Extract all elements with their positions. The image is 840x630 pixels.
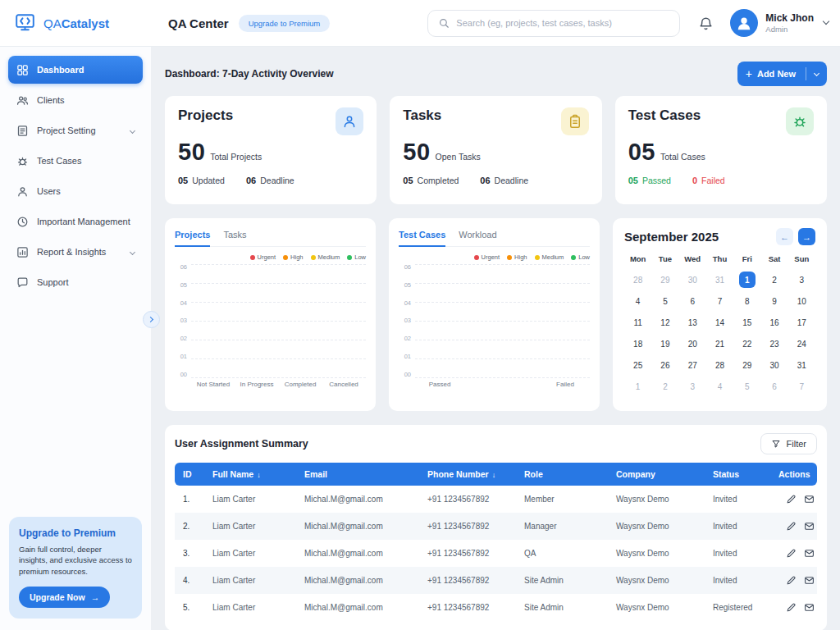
calendar-day[interactable]: 3	[788, 269, 815, 290]
calendar-day[interactable]: 1	[733, 269, 760, 290]
filter-button[interactable]: Filter	[760, 433, 817, 454]
calendar-day[interactable]: 6	[679, 290, 706, 312]
tab-workload[interactable]: Workload	[459, 226, 496, 246]
col-full-name[interactable]: Full Name↓	[208, 463, 299, 486]
sidebar-item-label: Project Setting	[37, 126, 122, 135]
calendar-day[interactable]: 2	[651, 376, 678, 397]
tab-projects[interactable]: Projects	[175, 226, 210, 247]
calendar-day[interactable]: 31	[788, 354, 815, 376]
stat-value-label: Open Tasks	[436, 152, 481, 162]
sidebar-item-support[interactable]: Support	[8, 268, 143, 296]
message-icon[interactable]	[804, 494, 815, 504]
upgrade-card-title: Upgrade to Premium	[19, 527, 132, 539]
edit-icon[interactable]	[786, 602, 797, 613]
calendar-day[interactable]: 29	[733, 354, 760, 376]
calendar-day[interactable]: 5	[733, 376, 760, 397]
stat-card-top: Tasks	[403, 107, 588, 135]
brand[interactable]: QACatalyst	[0, 12, 152, 34]
calendar-day[interactable]: 17	[788, 312, 815, 333]
legend-high: High	[507, 253, 527, 261]
bars	[415, 264, 590, 377]
message-icon[interactable]	[804, 521, 815, 532]
calendar-day[interactable]: 23	[760, 333, 788, 354]
upgrade-premium-badge[interactable]: Upgrade to Premium	[239, 15, 331, 32]
calendar-day[interactable]: 14	[706, 312, 733, 333]
user-menu[interactable]: Mick Jhon Admin	[730, 9, 829, 37]
calendar-day[interactable]: 4	[624, 290, 651, 312]
calendar-day[interactable]: 31	[706, 269, 733, 290]
sidebar-collapse-button[interactable]	[143, 311, 160, 328]
calendar-day[interactable]: 11	[624, 312, 651, 333]
message-icon[interactable]	[804, 575, 815, 586]
cell-role: Site Admin	[519, 567, 611, 594]
chevron-down-icon[interactable]	[814, 70, 819, 75]
sidebar-item-clients[interactable]: Clients	[8, 86, 143, 114]
calendar-day[interactable]: 24	[788, 333, 815, 354]
table-row: 1.Liam CarterMichal.M@gmail.com+91 12345…	[175, 486, 817, 513]
sort-desc-icon[interactable]: ↓	[257, 471, 261, 479]
message-icon[interactable]	[804, 602, 815, 613]
calendar-day[interactable]: 26	[651, 354, 678, 376]
calendar-day[interactable]: 7	[706, 290, 733, 312]
calendar-day[interactable]: 15	[733, 312, 760, 333]
col-phone-number[interactable]: Phone Number↓	[422, 463, 519, 486]
y-tick: 00	[404, 372, 411, 378]
calendar-day[interactable]: 19	[651, 333, 678, 354]
calendar-day[interactable]: 16	[760, 312, 788, 333]
calendar-day[interactable]: 28	[624, 269, 651, 290]
calendar-next-button[interactable]: →	[798, 228, 815, 245]
calendar-day[interactable]: 9	[760, 290, 788, 312]
calendar-day[interactable]: 18	[624, 333, 651, 354]
chart-plot: 06050403020100	[175, 264, 366, 377]
notifications-bell-icon[interactable]	[698, 16, 714, 31]
sidebar-item-users[interactable]: Users	[8, 177, 143, 205]
table-row: 2.Liam CarterMichal.M@gmail.com+91 12345…	[175, 513, 817, 540]
calendar-day[interactable]: 2	[760, 269, 788, 290]
calendar-day[interactable]: 1	[624, 376, 651, 397]
calendar-day[interactable]: 28	[706, 354, 733, 376]
sidebar-item-label: Clients	[37, 95, 135, 105]
upgrade-now-label: Upgrade Now	[30, 592, 85, 602]
edit-icon[interactable]	[786, 575, 797, 586]
sidebar-item-dashboard[interactable]: Dashboard	[8, 56, 143, 84]
sidebar-item-project-setting[interactable]: Project Setting	[8, 116, 143, 144]
calendar-day[interactable]: 21	[706, 333, 733, 354]
calendar-day[interactable]: 30	[679, 269, 706, 290]
add-new-button[interactable]: + Add New	[737, 62, 827, 86]
stat-sub-passed: 05Passed	[628, 176, 671, 185]
sidebar-item-report-insights[interactable]: Report & Insights	[8, 238, 143, 266]
calendar-day[interactable]: 4	[706, 376, 733, 397]
calendar-day[interactable]: 25	[624, 354, 651, 376]
x-label: Passed	[417, 381, 463, 388]
calendar-day[interactable]: 7	[788, 376, 815, 397]
calendar-day[interactable]: 5	[651, 290, 678, 312]
x-label: In Progress	[236, 381, 277, 388]
calendar-header: September 2025 ← →	[624, 228, 815, 245]
tab-test-cases[interactable]: Test Cases	[399, 226, 445, 247]
sidebar-item-important-management[interactable]: Important Management	[8, 208, 143, 235]
calendar-day[interactable]: 30	[760, 354, 788, 376]
stat-value: 05	[628, 139, 655, 166]
sidebar-item-test-cases[interactable]: Test Cases	[8, 147, 143, 175]
calendar-day[interactable]: 29	[651, 269, 678, 290]
calendar-day[interactable]: 20	[679, 333, 706, 354]
sort-desc-icon[interactable]: ↓	[492, 471, 496, 479]
search-input[interactable]	[456, 18, 669, 28]
cell-company: Waysnx Demo	[611, 486, 708, 513]
calendar-day[interactable]: 12	[651, 312, 678, 333]
calendar-prev-button[interactable]: ←	[776, 228, 793, 245]
calendar-day[interactable]: 13	[679, 312, 706, 333]
calendar-day[interactable]: 10	[788, 290, 815, 312]
calendar-day[interactable]: 8	[733, 290, 760, 312]
tab-tasks[interactable]: Tasks	[223, 226, 246, 246]
calendar-day[interactable]: 27	[679, 354, 706, 376]
message-icon[interactable]	[804, 548, 815, 559]
upgrade-now-button[interactable]: Upgrade Now→	[19, 587, 110, 608]
calendar-day[interactable]: 3	[679, 376, 706, 397]
edit-icon[interactable]	[786, 548, 797, 559]
edit-icon[interactable]	[786, 494, 797, 504]
calendar-day[interactable]: 22	[733, 333, 760, 354]
calendar-day[interactable]: 6	[760, 376, 788, 397]
edit-icon[interactable]	[786, 521, 797, 532]
cell-actions	[774, 594, 817, 621]
